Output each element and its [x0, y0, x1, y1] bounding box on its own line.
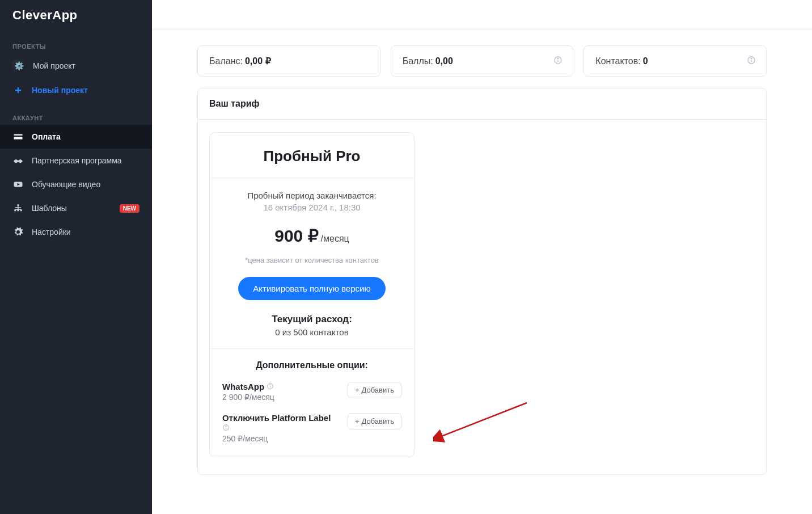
- sidebar-item-videos[interactable]: Обучающие видео: [0, 172, 152, 196]
- option-name-text: WhatsApp: [222, 382, 264, 391]
- price-note: *цена зависит от количества контактов: [221, 256, 403, 264]
- tariff-header: Ваш тариф: [198, 89, 766, 120]
- sidebar-item-label: Новый проект: [32, 86, 88, 95]
- sidebar-item-label: Партнерская программа: [32, 156, 122, 165]
- sidebar-item-partner[interactable]: Партнерская программа: [0, 149, 152, 172]
- sidebar-item-payment[interactable]: Оплата: [0, 125, 152, 149]
- price-per: /месяц: [321, 234, 349, 244]
- svg-rect-6: [18, 204, 19, 206]
- svg-point-16: [558, 58, 559, 58]
- sidebar-item-label: Обучающие видео: [32, 180, 100, 189]
- option-price: 2 900 ₽/месяц: [222, 393, 274, 402]
- points-card: Баллы: 0,00: [391, 45, 574, 77]
- topbar: [152, 0, 812, 30]
- price-value: 900 ₽: [274, 226, 318, 246]
- plan-card: Пробный Pro Пробный период заканчивается…: [209, 132, 415, 457]
- price-line: 900 ₽ /месяц: [221, 226, 403, 246]
- handshake-icon: [12, 155, 24, 166]
- card-icon: [12, 131, 24, 142]
- section-projects-label: ПРОЕКТЫ: [0, 31, 152, 53]
- tariff-panel: Ваш тариф Пробный Pro Пробный период зак…: [197, 88, 767, 475]
- plus-icon: +: [355, 386, 360, 394]
- option-price: 250 ₽/месяц: [222, 434, 331, 443]
- plus-icon: [12, 85, 24, 96]
- app-logo: CleverApp: [0, 0, 152, 31]
- tariff-body: Пробный Pro Пробный период заканчивается…: [198, 120, 766, 474]
- svg-rect-2: [14, 134, 23, 136]
- sidebar-item-label: Оплата: [32, 132, 61, 141]
- content: Баланс: 0,00 ₽ Баллы: 0,00 Контактов: 0 …: [152, 30, 812, 514]
- section-account-label: АККАУНТ: [0, 102, 152, 125]
- option-btn-label: Добавить: [362, 386, 394, 394]
- options-wrap: Дополнительные опции: WhatsApp 2 900 ₽/м…: [210, 349, 414, 457]
- sidebar-item-new-project[interactable]: Новый проект: [0, 78, 152, 102]
- activate-button[interactable]: Активировать полную версию: [238, 277, 385, 300]
- balance-card: Баланс: 0,00 ₽: [197, 45, 380, 77]
- balance-label: Баланс:: [209, 56, 243, 66]
- svg-point-19: [751, 58, 751, 58]
- trial-date: 16 октября 2024 г., 18:30: [221, 203, 403, 212]
- usage-value: 0 из 500 контактов: [221, 327, 403, 337]
- youtube-icon: [12, 179, 24, 190]
- option-name: WhatsApp: [222, 382, 274, 391]
- info-icon[interactable]: [222, 424, 331, 433]
- new-badge: NEW: [120, 204, 139, 213]
- info-icon[interactable]: [267, 382, 274, 391]
- contacts-card: Контактов: 0: [583, 45, 767, 77]
- svg-point-22: [270, 384, 270, 385]
- svg-rect-3: [14, 137, 23, 140]
- trial-text: Пробный период заканчивается:: [221, 191, 403, 200]
- plus-icon: +: [355, 417, 360, 425]
- sidebar: CleverApp ПРОЕКТЫ ⚙️ Мой проект Новый пр…: [0, 0, 152, 514]
- sidebar-item-label: Мой проект: [33, 61, 75, 70]
- sitemap-icon: [12, 203, 24, 214]
- option-name-text: Отключить Platform Label: [222, 413, 331, 423]
- info-icon[interactable]: [553, 56, 563, 67]
- plan-name: Пробный Pro: [210, 133, 414, 178]
- sidebar-item-my-project[interactable]: ⚙️ Мой проект: [0, 53, 152, 78]
- add-option-button[interactable]: + Добавить: [348, 413, 401, 429]
- project-icon: ⚙️: [12, 60, 25, 72]
- option-btn-label: Добавить: [362, 417, 394, 425]
- main-area: Баланс: 0,00 ₽ Баллы: 0,00 Контактов: 0 …: [152, 0, 812, 514]
- contacts-value: 0: [643, 56, 648, 66]
- points-value: 0,00: [435, 56, 453, 66]
- plan-core: Пробный период заканчивается: 16 октября…: [210, 178, 414, 349]
- svg-point-25: [226, 426, 226, 427]
- add-option-button[interactable]: + Добавить: [348, 382, 401, 398]
- gear-icon: [12, 226, 24, 238]
- options-title: Дополнительные опции:: [222, 360, 401, 370]
- stats-row: Баланс: 0,00 ₽ Баллы: 0,00 Контактов: 0: [197, 45, 767, 77]
- sidebar-item-label: Шаблоны: [32, 204, 67, 213]
- usage-label: Текущий расход:: [221, 314, 403, 325]
- sidebar-item-templates[interactable]: Шаблоны NEW: [0, 196, 152, 220]
- info-icon[interactable]: [747, 56, 756, 67]
- option-name: Отключить Platform Label: [222, 413, 331, 423]
- contacts-label: Контактов:: [595, 56, 640, 66]
- balance-value: 0,00 ₽: [245, 56, 271, 66]
- sidebar-item-settings[interactable]: Настройки: [0, 220, 152, 244]
- points-label: Баллы:: [403, 56, 433, 66]
- option-row-whatsapp: WhatsApp 2 900 ₽/месяц + Добавить: [222, 382, 401, 402]
- option-row-platform-label: Отключить Platform Label 250 ₽/месяц + Д…: [222, 413, 401, 443]
- sidebar-item-label: Настройки: [32, 227, 71, 237]
